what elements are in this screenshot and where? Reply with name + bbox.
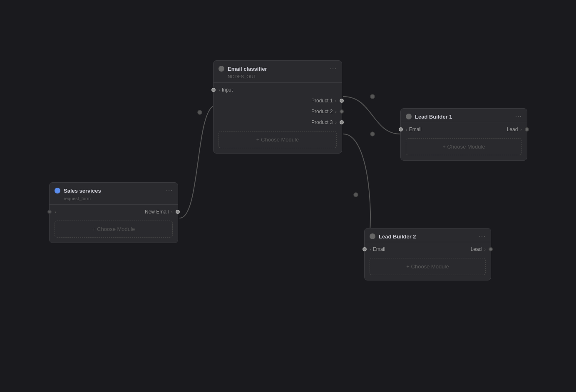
lb1-email-label: Email	[409, 127, 422, 132]
lead-builder-2-menu[interactable]: ···	[479, 233, 486, 240]
lb1-lead-label: Lead	[507, 127, 518, 132]
sales-services-node: Sales services ··· request_form › New Em…	[49, 182, 178, 243]
lb2-lead-arrow: ›	[484, 247, 486, 252]
svg-point-3	[370, 132, 375, 136]
input-port-row: › Input	[214, 84, 342, 95]
product1-right-side: Product 1 ›	[311, 98, 337, 104]
workflow-canvas: Sales services ··· request_form › New Em…	[0, 0, 576, 392]
svg-point-0	[198, 110, 202, 114]
lead-builder-1-menu[interactable]: ···	[515, 113, 522, 120]
new-email-right-side: New Email ›	[145, 209, 173, 215]
svg-point-1	[354, 193, 358, 197]
lb2-choose-module-btn[interactable]: + Choose Module	[370, 258, 486, 275]
product3-right-side: Product 3 ›	[311, 119, 337, 125]
sales-services-icon	[55, 188, 60, 194]
product2-label: Product 2	[311, 109, 333, 114]
lead-builder-1-divider	[401, 122, 527, 122]
sales-services-title: Sales services	[64, 188, 101, 194]
lb1-lead-right: Lead ›	[507, 127, 522, 132]
lb1-choose-module-btn[interactable]: + Choose Module	[406, 138, 522, 155]
product3-arrow: ›	[335, 120, 337, 125]
lead-builder-1-node: Lead Builder 1 ··· › Email Lead › + Choo…	[400, 108, 527, 161]
product1-port-row: Product 1 ›	[214, 95, 342, 106]
new-email-left-side: ›	[55, 209, 56, 214]
input-port-left: › Input	[218, 87, 233, 93]
lead-builder-1-header: Lead Builder 1 ···	[401, 109, 527, 122]
lb2-lead-label: Lead	[471, 246, 482, 252]
lead-builder-2-title: Lead Builder 2	[379, 233, 416, 240]
lb2-choose-module-label: + Choose Module	[406, 263, 449, 270]
email-classifier-subtitle: NODES_OUT	[214, 74, 342, 82]
lb1-email-left-dot	[399, 127, 403, 131]
product1-label: Product 1	[311, 98, 333, 104]
product2-arrow: ›	[335, 109, 337, 114]
lb2-lead-right-dot	[489, 247, 493, 251]
product1-arrow: ›	[335, 98, 337, 103]
email-classifier-title: Email classifier	[228, 66, 267, 72]
lb1-email-left: › Email	[406, 127, 422, 132]
email-classifier-icon	[218, 66, 224, 72]
input-left-dot	[211, 88, 216, 92]
lb1-lead-arrow: ›	[520, 127, 522, 132]
lead-builder-2-divider	[365, 242, 491, 242]
product3-label: Product 3	[311, 119, 333, 125]
sales-services-divider	[50, 204, 178, 205]
lb2-email-left-dot	[362, 247, 367, 251]
svg-point-2	[370, 94, 375, 99]
lb2-email-lead-row: › Email Lead ›	[365, 244, 491, 255]
lb2-lead-right: Lead ›	[471, 246, 486, 252]
input-label: Input	[222, 87, 233, 93]
lb2-email-left-arrow: ›	[370, 247, 371, 252]
lb1-email-lead-row: › Email Lead ›	[401, 124, 527, 135]
new-email-left-dot	[47, 210, 52, 214]
email-classifier-divider	[214, 82, 342, 83]
lead-builder-2-icon	[370, 233, 375, 239]
product3-port-row: Product 3 ›	[214, 117, 342, 128]
input-left-arrow: ›	[218, 87, 220, 92]
lb1-choose-module-label: + Choose Module	[442, 144, 485, 150]
sales-services-subtitle: request_form	[50, 196, 178, 204]
email-classifier-node: Email classifier ··· NODES_OUT › Input P…	[213, 60, 342, 154]
lb1-lead-right-dot	[525, 127, 529, 131]
sales-choose-module-label: + Choose Module	[92, 226, 135, 232]
lead-builder-1-title: Lead Builder 1	[415, 114, 452, 120]
lead-builder-2-node: Lead Builder 2 ··· › Email Lead › + Choo…	[364, 228, 491, 280]
new-email-right-dot	[176, 210, 180, 214]
new-email-port-row: › New Email ›	[50, 206, 178, 217]
lead-builder-1-icon	[406, 114, 412, 119]
lb2-email-left: › Email	[370, 246, 385, 252]
email-classifier-choose-module-btn[interactable]: + Choose Module	[218, 131, 337, 148]
lead-builder-2-header: Lead Builder 2 ···	[365, 228, 491, 242]
product3-right-dot	[340, 120, 344, 124]
product1-right-dot	[340, 99, 344, 103]
email-classifier-menu[interactable]: ···	[330, 65, 337, 72]
product2-port-row: Product 2 ›	[214, 106, 342, 117]
new-email-right-arrow: ›	[171, 209, 173, 214]
new-email-left-arrow: ›	[55, 209, 56, 214]
email-classifier-header: Email classifier ···	[214, 61, 342, 74]
lb1-email-left-arrow: ›	[406, 127, 407, 132]
product2-right-side: Product 2 ›	[311, 109, 337, 114]
sales-choose-module-btn[interactable]: + Choose Module	[55, 221, 173, 238]
new-email-label: New Email	[145, 209, 169, 215]
product2-right-dot	[340, 109, 344, 114]
email-classifier-choose-module-label: + Choose Module	[256, 136, 299, 143]
sales-services-header: Sales services ···	[50, 183, 178, 196]
lb2-email-label: Email	[373, 246, 385, 252]
sales-services-menu[interactable]: ···	[166, 187, 173, 194]
